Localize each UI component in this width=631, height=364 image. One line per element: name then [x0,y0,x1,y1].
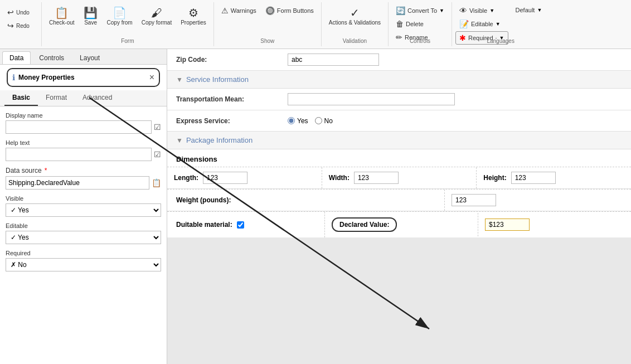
express-value: Yes No [288,117,622,125]
visible-button[interactable]: 👁 Visible ▼ [455,4,508,17]
express-no-label: No [324,117,333,125]
service-chevron-icon: ▼ [176,76,183,84]
weight-label-cell: Weight (pounds): [167,192,444,208]
properties-header: ℹ Money Properties × [7,68,160,87]
weight-row: Weight (pounds): [167,189,631,211]
undo-icon: ↩ [7,8,14,16]
properties-button[interactable]: ⚙ Properties [177,4,210,28]
length-input[interactable] [203,172,247,184]
display-name-input[interactable] [6,120,152,134]
default-label: Default [516,7,535,13]
copy-from-label: Copy from [107,20,133,26]
close-panel-button[interactable]: × [149,72,154,82]
data-source-row: 📋 [6,176,161,190]
express-row: Express Service: Yes No [167,110,631,132]
express-no-radio[interactable] [315,117,322,124]
help-text-edit-icon[interactable]: ☑ [154,150,161,159]
tab-layout[interactable]: Layout [72,51,107,64]
prop-tabs: Basic Format Advanced [0,90,167,106]
checkout-label: Check-out [49,20,75,26]
express-yes-radio[interactable] [288,117,295,124]
zip-code-input[interactable] [288,54,379,66]
display-name-edit-icon[interactable]: ☑ [154,123,161,132]
redo-button[interactable]: ↪ Redo [3,19,37,32]
zip-code-row: Zip Code: [167,49,631,71]
prop-tab-basic[interactable]: Basic [4,90,38,106]
money-input-cell [478,213,631,236]
show-group-label: Show [214,38,321,44]
duitable-label: Duitable material: [176,221,232,229]
actions-button[interactable]: ✓ Actions & Validations [325,4,385,28]
undo-button[interactable]: ↩ Undo [3,6,37,19]
transport-input[interactable] [288,93,455,105]
redo-label: Redo [16,23,30,29]
controls-buttons: 🔄 Convert To ▼ 🗑 Delete ✏ Rename [392,2,448,43]
copy-format-label: Copy format [142,20,172,26]
validation-group-label: Validation [322,38,388,44]
save-label: Save [84,20,97,26]
editable-icon: 📝 [459,20,469,28]
money-input[interactable] [485,219,530,231]
data-source-field: Data source * 📋 [6,167,161,190]
default-button[interactable]: Default ▼ [512,4,546,16]
editable-label: Editable [471,21,493,27]
form-group: 📋 Check-out 💾 Save 📄 Copy from 🖌 Copy fo… [42,2,214,46]
tab-controls[interactable]: Controls [32,51,71,64]
required-select[interactable]: ✗ No Yes [6,258,161,271]
weight-input-cell [444,190,631,211]
checkout-button[interactable]: 📋 Check-out [45,4,79,28]
data-source-label: Data source * [6,167,161,174]
convert-to-label: Convert To [407,7,437,14]
width-input[interactable] [354,172,399,184]
zip-code-label: Zip Code: [176,56,288,64]
express-yes-option[interactable]: Yes [288,117,308,125]
package-info-title: Package Information [186,136,253,144]
express-label: Express Service: [176,117,288,125]
help-text-input[interactable] [6,148,152,161]
height-input[interactable] [511,172,556,184]
express-no-option[interactable]: No [315,117,333,125]
package-info-header[interactable]: ▼ Package Information [167,132,631,149]
main-area: Data Controls Layout ℹ Money Properties … [0,49,631,364]
convert-to-button[interactable]: 🔄 Convert To ▼ [392,4,448,17]
display-name-label: Display name [6,112,161,119]
prop-fields: Display name ☑ Help text ☑ [0,106,167,277]
width-cell: Width: [322,167,477,188]
required-label: Required [6,250,161,256]
properties-label: Properties [181,20,206,26]
declared-value-cell: Declared Value: [324,212,478,237]
copy-format-icon: 🖌 [151,7,162,18]
prop-tab-advanced[interactable]: Advanced [75,90,120,106]
express-radio-group: Yes No [288,117,622,125]
form-buttons-button[interactable]: 🔘 Form Buttons [261,4,318,17]
display-name-field: Display name ☑ [6,112,161,134]
data-source-input[interactable] [6,176,149,190]
copy-from-button[interactable]: 📄 Copy from [103,4,137,28]
copy-format-button[interactable]: 🖌 Copy format [138,4,176,28]
visible-select[interactable]: ✓ Yes No [6,203,161,217]
delete-button[interactable]: 🗑 Delete [392,18,448,30]
duitable-checkbox[interactable] [237,221,244,229]
tab-data[interactable]: Data [2,51,31,64]
copy-from-icon: 📄 [113,7,127,18]
warnings-button[interactable]: ⚠ Warnings [217,4,260,17]
save-button[interactable]: 💾 Save [80,4,102,28]
service-info-header[interactable]: ▼ Service Information [167,71,631,89]
package-chevron-icon: ▼ [176,137,183,144]
help-text-label: Help text [6,139,161,146]
toolbar: ↩ Undo ↪ Redo 📋 Check-out 💾 Save 📄 Copy … [0,0,631,49]
height-cell: Height: [477,167,631,188]
data-source-browse-icon[interactable]: 📋 [152,178,161,187]
weight-input[interactable] [452,194,496,206]
declared-value-label: Declared Value: [332,217,397,232]
properties-icon: ⚙ [188,7,198,18]
form-buttons: 📋 Check-out 💾 Save 📄 Copy from 🖌 Copy fo… [45,2,210,36]
required-star: * [45,167,47,174]
editable-row: ✓ Yes No [6,231,161,244]
express-yes-label: Yes [297,117,308,125]
editable-select[interactable]: ✓ Yes No [6,231,161,244]
editable-button[interactable]: 📝 Editable ▼ [455,18,508,30]
prop-tab-format[interactable]: Format [38,90,75,106]
transport-label: Transportation Mean: [176,95,288,103]
controls-group: 🔄 Convert To ▼ 🗑 Delete ✏ Rename Control… [389,2,452,46]
